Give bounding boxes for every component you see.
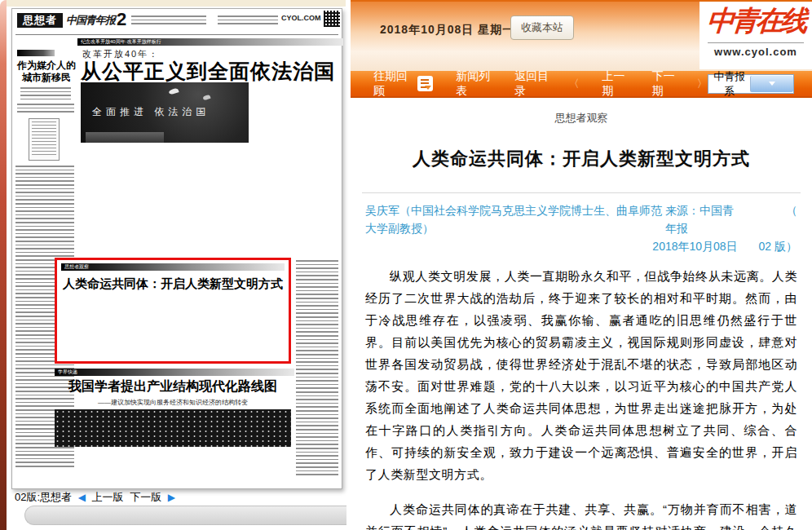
highlighted-article[interactable]: 思想者观察 人类命运共同体：开启人类新型文明方式 [55, 258, 291, 364]
next-page-link[interactable]: 下一版 [130, 491, 161, 503]
chevron-down-icon[interactable] [750, 76, 793, 92]
article-panel: 2018年10月08日 星期一 收藏本站 中青在线 www.cyol.com 往… [351, 0, 812, 530]
article-author: 吴庆军（中国社会科学院马克思主义学院博士生、曲阜师范大学副教授） [365, 201, 665, 237]
dove-icon [168, 87, 179, 95]
site-logo[interactable]: 中青在线 www.cyol.com [699, 2, 812, 69]
prev-issue-arrow-icon: 〈 [569, 77, 580, 91]
newspaper-viewer: 思想者 中国青年报 2 CYOL.COM 纪念改革开放40周年·改革开放样板行 … [0, 0, 346, 530]
paper-top-banner: 纪念改革开放40周年·改革开放样板行 [77, 38, 343, 46]
next-page-arrow-icon[interactable]: ▶ [168, 492, 175, 503]
nav-return-toc[interactable]: 返回目录 [514, 69, 550, 99]
prev-page-arrow-icon[interactable]: ◀ [78, 492, 86, 503]
viewer-bottom-bar [24, 506, 346, 525]
site-url: www.cyol.com [708, 42, 804, 58]
paper-section-banner: 思想者 [17, 13, 63, 28]
bookmark-site-button[interactable]: 收藏本站 [510, 15, 574, 40]
dropdown-value: 中青报系 [708, 69, 751, 99]
lead-photo: 全面推进 依法治国 [81, 82, 249, 143]
paper-brand-logo: 中国青年报 [66, 13, 115, 28]
masthead-rule [15, 34, 338, 35]
header-date: 2018年10月08日 星期一 [380, 23, 514, 38]
viewer-frame-left [0, 0, 7, 530]
viewer-frame-top [0, 0, 346, 7]
lead-photo-caption: 全面推进 依法治国 [92, 105, 210, 119]
newspaper-page-thumbnail[interactable]: 思想者 中国青年报 2 CYOL.COM 纪念改革开放40周年·改革开放样板行 … [11, 8, 342, 489]
article-content: 思想者观察 人类命运共同体：开启人类新型文明方式 吴庆军（中国社会科学院马克思主… [351, 98, 812, 530]
side-article-image [29, 118, 60, 161]
highlight-headline: 人类命运共同体：开启人类新型文明方式 [57, 276, 289, 292]
article-edition: 02 版） [759, 240, 797, 253]
highlight-columns [64, 298, 281, 358]
bottom-article-headline: 我国学者提出产业结构现代化路线图 [55, 378, 291, 395]
article-source: 来源：中国青年报 [665, 201, 740, 237]
article-date: 2018年10月08日 [652, 240, 737, 253]
bottom-article-subtitle: ——建议加快实现向服务经济和知识经济的结构转变 [55, 398, 291, 407]
paper-masthead-site: CYOL.COM [281, 14, 321, 22]
byline-paren: （ [786, 201, 797, 237]
title-divider [362, 192, 801, 193]
article-byline: 吴庆军（中国社会科学院马克思主义学院博士生、曲阜师范大学副教授） 来源：中国青年… [365, 201, 797, 255]
issue-nav-bar: 往期回顾 新闻列表 返回目录 〈 上一期 下一期 〉 中青报系 [351, 71, 812, 98]
nav-next-issue[interactable]: 下一期 [652, 69, 679, 99]
paper-masthead-info [131, 15, 206, 26]
nav-news-list[interactable]: 新闻列表 [456, 69, 492, 99]
paper-series-dropdown[interactable]: 中青报系 [708, 74, 794, 94]
bottom-article-columns [55, 409, 291, 479]
side-article-title: 作为媒介人的城市新移民 [14, 60, 79, 84]
page: 思想者 中国青年报 2 CYOL.COM 纪念改革开放40周年·改革开放样板行 … [0, 0, 812, 530]
network-diagram-image [55, 409, 291, 447]
paper-masthead-contacts [218, 15, 278, 26]
nav-past-issues[interactable]: 往期回顾 [373, 69, 409, 99]
dove-icon [202, 95, 210, 101]
lead-article-right-columns [252, 82, 338, 257]
side-article-subtitle [20, 87, 71, 99]
article-category: 思想者观察 [365, 111, 797, 126]
prev-page-link[interactable]: 上一版 [92, 491, 124, 503]
article-title: 人类命运共同体：开启人类新型文明方式 [365, 147, 797, 171]
bottom-article-banner: 学界快递 [55, 369, 294, 376]
qr-code-icon [324, 11, 340, 27]
side-article-author [17, 104, 74, 114]
page-label: 02版:思想者 [15, 491, 72, 503]
nav-prev-issue[interactable]: 上一期 [602, 69, 629, 99]
paper-page-number: 2 [117, 9, 126, 30]
article-paragraph: 人类命运共同体的真谛在于共建、共享、共赢。“万物并育而不相害，道并行而不相悖”。… [365, 498, 797, 530]
article-paragraph: 纵观人类文明发展，人类一直期盼永久和平，但战争始终从未远离。人类经历了二次世界大… [365, 265, 797, 485]
outer-right-column [296, 260, 338, 477]
viewer-footer: 02版:思想者 ◀ 上一版 下一版 ▶ [15, 490, 179, 505]
issue-list-icon[interactable] [417, 76, 433, 91]
paper-lead-headline: 从公平正义到全面依法治国 [81, 58, 342, 85]
building-silhouette [86, 132, 164, 143]
highlight-banner: 思想者观察 [61, 263, 285, 271]
site-header: 2018年10月08日 星期一 收藏本站 中青在线 www.cyol.com [351, 0, 812, 71]
side-column-banner [17, 50, 55, 56]
next-issue-arrow-icon: 〉 [697, 77, 708, 91]
lead-article-columns [81, 148, 249, 255]
cyol-logo-text: 中青在线 [699, 5, 812, 38]
